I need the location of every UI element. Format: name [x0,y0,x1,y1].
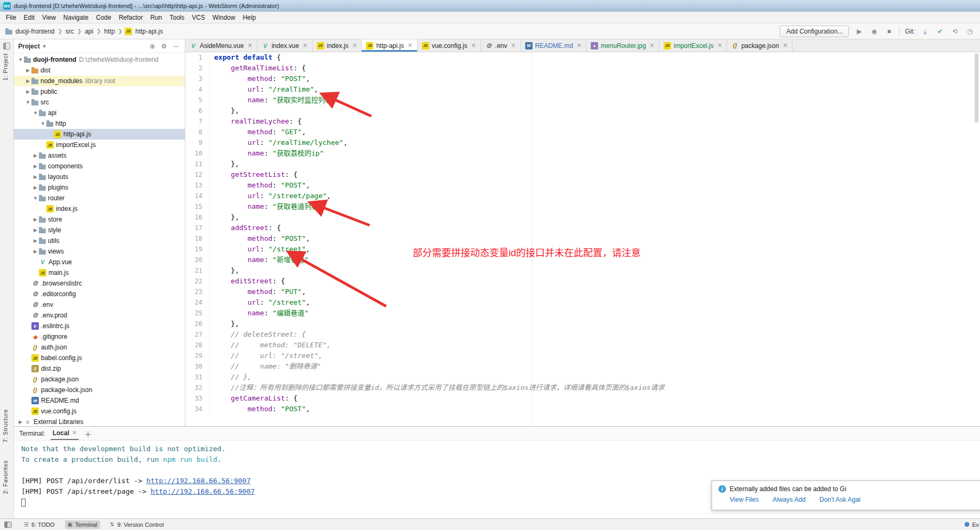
breadcrumb-http[interactable]: http [103,27,116,36]
statusbar-6-todo[interactable]: ☰6: TODO [21,520,58,529]
chevron-right-icon[interactable]: ▶ [32,217,39,222]
tab-index-vue[interactable]: Vindex.vue✕ [257,39,313,52]
chevron-right-icon[interactable]: ▶ [24,78,31,84]
tree-item-src[interactable]: ▼src [14,97,185,108]
chevron-down-icon[interactable]: ▼ [17,57,24,62]
menu-tools[interactable]: Tools [166,12,188,23]
stripe-project-label[interactable]: 1: Project [2,53,9,80]
tree-item-style[interactable]: ▶style [14,225,185,235]
terminal-link[interactable]: http://192.168.66.56:9007 [151,487,255,495]
chevron-down-icon[interactable]: ▼ [42,44,47,49]
chevron-right-icon[interactable]: ▶ [24,68,31,73]
terminal-tab-local[interactable]: Local ✕ [51,427,79,440]
close-icon[interactable]: ✕ [471,42,476,49]
history-icon[interactable]: ◷ [965,27,975,36]
tree-item-editorconfig[interactable]: ⚙.editorconfig [14,289,185,299]
tree-item-components[interactable]: ▶components [14,161,185,172]
menu-file[interactable]: File [2,12,20,23]
menu-code[interactable]: Code [92,12,115,23]
chevron-down-icon[interactable]: ▼ [39,121,46,126]
breadcrumb-api[interactable]: api [84,27,94,36]
close-icon[interactable]: ✕ [248,42,252,49]
chevron-down-icon[interactable]: ▼ [32,195,39,201]
gear-icon[interactable]: ⚙ [159,42,169,51]
tree-item-views[interactable]: ▶views [14,246,185,257]
close-icon[interactable]: ✕ [783,42,788,49]
menu-vcs[interactable]: VCS [188,12,209,23]
tab-http-api-js[interactable]: JShttp-api.js✕ [362,39,417,52]
tree-item-main-js[interactable]: JSmain.js [14,267,185,278]
project-panel-title[interactable]: Project [18,43,40,50]
chevron-right-icon[interactable]: ▶ [32,227,39,233]
tree-item-store[interactable]: ▶store [14,214,185,225]
close-icon[interactable]: ✕ [511,42,516,49]
tree-item-external-libraries[interactable]: ▶≡External Libraries [14,417,185,426]
close-icon[interactable]: ✕ [72,429,77,436]
terminal-link[interactable]: http://192.168.66.56:9007 [146,477,251,485]
tree-item-index-js[interactable]: JSindex.js [14,203,185,214]
tree-item-importexcel-js[interactable]: JSimportExcel.js [14,140,185,150]
chevron-right-icon[interactable]: ▶ [32,249,39,254]
statusbar-terminal[interactable]: ▣Terminal [65,520,100,529]
close-icon[interactable]: ✕ [352,42,357,49]
statusbar-9-version-control[interactable]: ⇅9: Version Control [108,520,167,529]
tree-item-http[interactable]: ▼http [14,118,185,129]
menu-window[interactable]: Window [209,12,239,23]
profile-icon[interactable]: ◉ [869,27,879,36]
chevron-right-icon[interactable]: ▶ [32,164,39,169]
close-icon[interactable]: ✕ [407,42,412,49]
notification-action-view-files[interactable]: View Files [730,496,758,503]
chevron-right-icon[interactable]: ▶ [32,185,39,190]
tree-item-router[interactable]: ▼router [14,193,185,203]
tree-item-vue-config-js[interactable]: JSvue.config.js [14,406,185,417]
menu-edit[interactable]: Edit [20,12,38,23]
tree-item-duoji-frontend[interactable]: ▼duoji-frontendD:\zheheWeb\duoji-fronten… [14,54,185,65]
tree-item-gitignore[interactable]: ◆.gitignore [14,331,185,342]
stripe-structure-label[interactable]: 7: Structure [2,409,9,443]
menu-refactor[interactable]: Refactor [115,12,146,23]
tree-item-babel-config-js[interactable]: JSbabel.config.js [14,353,185,363]
chevron-right-icon[interactable]: ▶ [17,419,24,425]
tool-window-switcher-icon[interactable] [4,521,12,528]
tree-item-env[interactable]: ⚙.env [14,299,185,310]
stripe-favorites-label[interactable]: 2: Favorites [2,460,9,494]
tab-menurouter-jpg[interactable]: ▲menuRouter.jpg✕ [586,39,659,52]
tree-item-readme-md[interactable]: MREADME.md [14,395,185,406]
notification-action-always-add[interactable]: Always Add [772,496,805,503]
hide-panel-icon[interactable]: ─ [171,42,181,51]
tree-item-utils[interactable]: ▶utils [14,235,185,246]
tree-item-assets[interactable]: ▶assets [14,150,185,161]
tree-item-auth-json[interactable]: {}auth.json [14,342,185,353]
tree-item-node-modules[interactable]: ▶node_moduleslibrary root [14,76,185,86]
chevron-right-icon[interactable]: ▶ [32,153,39,158]
new-terminal-icon[interactable]: ＋ [84,428,92,439]
tree-item-public[interactable]: ▶public [14,86,185,97]
close-icon[interactable]: ✕ [650,42,655,49]
tab-vue-config-js[interactable]: JSvue.config.js✕ [418,39,481,52]
git-commit-icon[interactable]: ✔ [935,27,945,36]
tree-item-api[interactable]: ▼api [14,108,185,118]
notification-action-don-t-ask-agai[interactable]: Don't Ask Agai [820,496,861,503]
git-update-icon[interactable]: ⤓ [920,27,930,36]
status-bar-right[interactable]: Ev [965,521,980,528]
chevron-down-icon[interactable]: ▼ [24,100,31,105]
tab-env[interactable]: ⚙.env✕ [481,39,521,52]
close-icon[interactable]: ✕ [303,42,307,49]
menu-help[interactable]: Help [239,12,260,23]
chevron-right-icon[interactable]: ▶ [32,238,39,243]
chevron-down-icon[interactable]: ▼ [32,110,39,116]
tree-item-app-vue[interactable]: VApp.vue [14,257,185,267]
tab-index-js[interactable]: JSindex.js✕ [313,39,362,52]
breadcrumb-http-api-js[interactable]: http-api.js [134,27,164,36]
add-configuration-button[interactable]: Add Configuration... [780,26,849,37]
git-rollback-icon[interactable]: ⟲ [950,27,960,36]
tree-item-dist-zip[interactable]: Zdist.zip [14,363,185,374]
breadcrumb-duoji-frontend[interactable]: duoji-frontend [14,27,55,36]
tab-readme-md[interactable]: MREADME.md✕ [521,39,587,52]
chevron-right-icon[interactable]: ▶ [24,89,31,94]
tree-item-eslintrc-js[interactable]: E.eslintrc.js [14,321,185,331]
menu-run[interactable]: Run [146,12,166,23]
close-icon[interactable]: ✕ [717,42,722,49]
tab-importexcel-js[interactable]: JSimportExcel.js✕ [659,39,727,52]
menu-navigate[interactable]: Navigate [60,12,92,23]
